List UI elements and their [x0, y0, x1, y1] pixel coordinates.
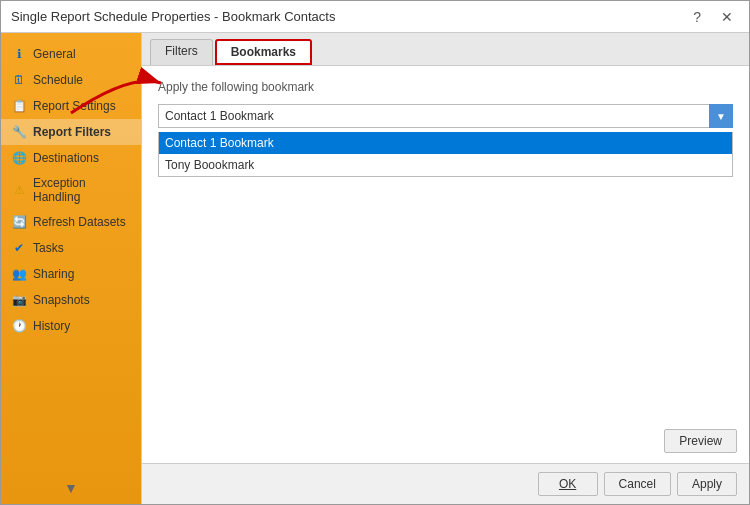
- sidebar-item-report-filters[interactable]: 🔧 Report Filters: [1, 119, 141, 145]
- sidebar-item-report-settings[interactable]: 📋 Report Settings: [1, 93, 141, 119]
- dropdown-selected-value: Contact 1 Bookmark: [159, 105, 732, 127]
- sidebar-scroll-down[interactable]: ▼: [64, 480, 78, 496]
- sharing-icon: 👥: [11, 266, 27, 282]
- report-filters-icon: 🔧: [11, 124, 27, 140]
- sidebar-item-label-schedule: Schedule: [33, 73, 83, 87]
- section-label: Apply the following bookmark: [158, 80, 733, 94]
- sidebar-item-label-general: General: [33, 47, 76, 61]
- tab-filters[interactable]: Filters: [150, 39, 213, 65]
- sidebar-item-label-history: History: [33, 319, 70, 333]
- bottom-bar: OK Cancel Apply: [142, 463, 749, 504]
- tasks-icon: ✔: [11, 240, 27, 256]
- sidebar-item-label-snapshots: Snapshots: [33, 293, 90, 307]
- help-button[interactable]: ?: [687, 7, 707, 27]
- tab-bookmarks[interactable]: Bookmarks: [215, 39, 312, 65]
- dropdown-wrapper: Contact 1 Bookmark ▼: [158, 104, 733, 128]
- sidebar-item-label-exception-handling: Exception Handling: [33, 176, 131, 204]
- sidebar: ℹ General 🗓 Schedule 📋 Report Settings 🔧…: [1, 33, 141, 504]
- dropdown-header[interactable]: Contact 1 Bookmark ▼: [158, 104, 733, 128]
- sidebar-item-label-report-settings: Report Settings: [33, 99, 116, 113]
- title-bar: Single Report Schedule Properties - Book…: [1, 1, 749, 33]
- destinations-icon: 🌐: [11, 150, 27, 166]
- preview-area: Preview: [158, 177, 733, 185]
- ok-button[interactable]: OK: [538, 472, 598, 496]
- content-area: ℹ General 🗓 Schedule 📋 Report Settings 🔧…: [1, 33, 749, 504]
- sidebar-item-exception-handling[interactable]: ⚠ Exception Handling: [1, 171, 141, 209]
- sidebar-item-tasks[interactable]: ✔ Tasks: [1, 235, 141, 261]
- sidebar-item-label-refresh-datasets: Refresh Datasets: [33, 215, 126, 229]
- apply-button[interactable]: Apply: [677, 472, 737, 496]
- refresh-datasets-icon: 🔄: [11, 214, 27, 230]
- sidebar-item-label-report-filters: Report Filters: [33, 125, 111, 139]
- dropdown-item-1[interactable]: Tony Boookmark: [159, 154, 732, 176]
- sidebar-item-label-tasks: Tasks: [33, 241, 64, 255]
- dropdown-item-0[interactable]: Contact 1 Bookmark: [159, 132, 732, 154]
- schedule-icon: 🗓: [11, 72, 27, 88]
- snapshots-icon: 📷: [11, 292, 27, 308]
- history-icon: 🕐: [11, 318, 27, 334]
- sidebar-item-sharing[interactable]: 👥 Sharing: [1, 261, 141, 287]
- preview-button[interactable]: Preview: [664, 429, 737, 453]
- report-settings-icon: 📋: [11, 98, 27, 114]
- exception-handling-icon: ⚠: [11, 182, 27, 198]
- dropdown-list: Contact 1 Bookmark Tony Boookmark: [158, 132, 733, 177]
- general-icon: ℹ: [11, 46, 27, 62]
- window-title: Single Report Schedule Properties - Book…: [11, 9, 335, 24]
- title-controls: ? ✕: [687, 7, 739, 27]
- sidebar-item-general[interactable]: ℹ General: [1, 41, 141, 67]
- sidebar-item-schedule[interactable]: 🗓 Schedule: [1, 67, 141, 93]
- main-window: Single Report Schedule Properties - Book…: [0, 0, 750, 505]
- panel-content: Apply the following bookmark Contact 1 B…: [142, 66, 749, 463]
- sidebar-item-label-sharing: Sharing: [33, 267, 74, 281]
- cancel-button[interactable]: Cancel: [604, 472, 671, 496]
- sidebar-item-destinations[interactable]: 🌐 Destinations: [1, 145, 141, 171]
- sidebar-item-snapshots[interactable]: 📷 Snapshots: [1, 287, 141, 313]
- tab-bar: Filters Bookmarks: [142, 33, 749, 66]
- sidebar-item-history[interactable]: 🕐 History: [1, 313, 141, 339]
- close-button[interactable]: ✕: [715, 7, 739, 27]
- main-panel: Filters Bookmarks Apply the following bo…: [141, 33, 749, 504]
- sidebar-item-refresh-datasets[interactable]: 🔄 Refresh Datasets: [1, 209, 141, 235]
- sidebar-item-label-destinations: Destinations: [33, 151, 99, 165]
